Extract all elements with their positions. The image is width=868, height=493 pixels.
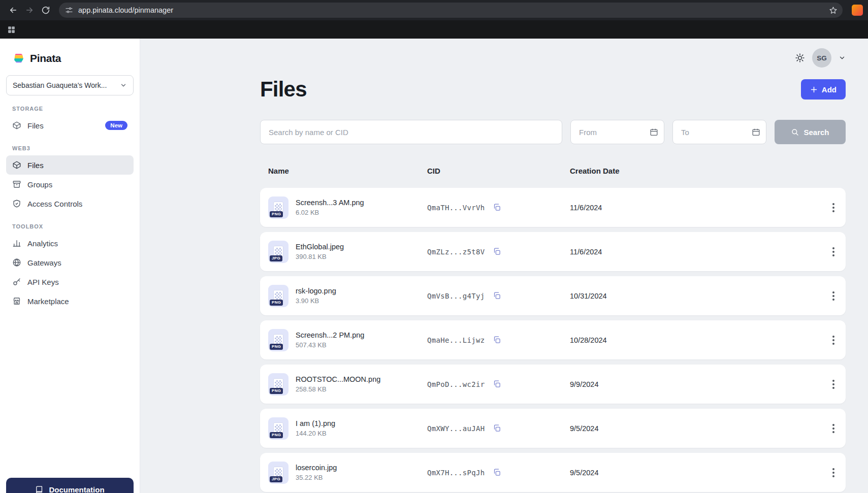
sidebar-item-analytics[interactable]: Analytics: [6, 234, 134, 253]
account-bar: SG: [260, 39, 846, 67]
sidebar-item-access-controls[interactable]: Access Controls: [6, 194, 134, 213]
copy-icon: [493, 336, 501, 344]
row-menu-button[interactable]: [829, 377, 838, 392]
column-header-name: Name: [268, 167, 427, 175]
row-menu-button[interactable]: [829, 333, 838, 348]
bookmark-star-icon[interactable]: [827, 4, 840, 17]
workspace-selector[interactable]: Sebastian Guaqueta's Work...: [6, 75, 134, 95]
file-list: PNG Screensh...3 AM.png 6.02 KB QmaTH...…: [260, 188, 846, 492]
file-name: Screensh...3 AM.png: [296, 199, 364, 207]
copy-icon: [493, 380, 501, 388]
sidebar-item-label: Marketplace: [27, 297, 69, 306]
sidebar-item-groups[interactable]: Groups: [6, 175, 134, 194]
url-text: app.pinata.cloud/pinmanager: [78, 6, 822, 14]
reload-button-icon[interactable]: [38, 2, 54, 18]
table-row[interactable]: JPG losercoin.jpg 35.22 KB QmX7H...sPqJh: [260, 453, 846, 492]
file-type-icon: PNG: [268, 373, 288, 396]
apps-grid-icon[interactable]: [7, 25, 16, 34]
box-icon: [12, 160, 21, 170]
plus-icon: [810, 86, 818, 93]
documentation-label: Documentation: [49, 485, 104, 493]
row-menu-button[interactable]: [829, 200, 838, 215]
table-row[interactable]: PNG Screensh...2 PM.png 507.43 KB QmaHe.…: [260, 320, 846, 359]
sidebar-item-label: Groups: [27, 180, 52, 189]
calendar-icon[interactable]: [650, 128, 658, 137]
file-cid: QmX7H...sPqJh: [427, 469, 485, 477]
file-size: 144.20 KB: [296, 430, 335, 437]
copy-cid-button[interactable]: [492, 290, 502, 301]
chevron-down-icon: [120, 82, 127, 89]
section-label-web3: WEB3: [12, 145, 127, 151]
copy-cid-button[interactable]: [492, 379, 502, 389]
sidebar-item-label: API Keys: [27, 278, 59, 286]
sidebar-item-storage-files[interactable]: Files New: [6, 116, 134, 135]
sidebar-item-marketplace[interactable]: Marketplace: [6, 291, 134, 311]
file-size: 6.02 KB: [296, 209, 364, 216]
copy-cid-button[interactable]: [492, 246, 502, 257]
sidebar-item-label: Files: [27, 161, 44, 170]
forward-button-icon[interactable]: [21, 2, 38, 18]
table-row[interactable]: PNG ROOTSTOC...MOON.png 258.58 KB QmPoD.…: [260, 365, 846, 404]
theme-toggle-button[interactable]: [795, 53, 805, 63]
file-cid: QmZLz...z5t8V: [427, 248, 485, 256]
add-file-button[interactable]: Add: [801, 79, 846, 100]
sidebar-item-gateways[interactable]: Gateways: [6, 253, 134, 272]
search-button[interactable]: Search: [775, 120, 846, 144]
workspace-name: Sebastian Guaqueta's Work...: [13, 81, 107, 89]
file-cid: QmaTH...VvrVh: [427, 204, 485, 212]
sidebar-item-web3-files[interactable]: Files: [6, 155, 134, 175]
file-name: Screensh...2 PM.png: [296, 331, 364, 339]
filter-bar: Search: [260, 120, 846, 144]
shield-icon: [12, 199, 21, 208]
copy-icon: [493, 424, 501, 433]
copy-icon: [493, 468, 501, 477]
table-row[interactable]: PNG I am (1).png 144.20 KB QmXWY...auJAH: [260, 409, 846, 448]
file-name: losercoin.jpg: [296, 464, 337, 472]
copy-cid-button[interactable]: [492, 335, 502, 345]
creation-date: 9/5/2024: [570, 469, 819, 477]
book-icon: [35, 485, 44, 493]
row-menu-button[interactable]: [829, 244, 838, 259]
bookmarks-bar: [0, 20, 868, 39]
column-header-creation-date: Creation Date: [570, 167, 819, 175]
table-row[interactable]: PNG rsk-logo.png 3.90 KB QmVsB...g4Tyj: [260, 276, 846, 315]
copy-cid-button[interactable]: [492, 467, 502, 478]
account-menu-chevron[interactable]: [839, 54, 846, 61]
table-row[interactable]: PNG Screensh...3 AM.png 6.02 KB QmaTH...…: [260, 188, 846, 227]
row-menu-button[interactable]: [829, 465, 838, 480]
sidebar-item-api-keys[interactable]: API Keys: [6, 272, 134, 291]
bar-chart-icon: [12, 239, 21, 248]
file-size: 3.90 KB: [296, 297, 336, 305]
globe-icon: [12, 258, 21, 267]
table-header: Name CID Creation Date: [260, 159, 846, 182]
copy-cid-button[interactable]: [492, 423, 502, 434]
sidebar-item-label: Analytics: [27, 239, 58, 248]
browser-profile-avatar[interactable]: [852, 5, 863, 16]
pinata-logo-text: Pinata: [30, 52, 61, 64]
search-input[interactable]: [260, 120, 562, 144]
back-button-icon[interactable]: [5, 2, 21, 18]
to-date-field: [672, 120, 766, 144]
sidebar-item-label: Gateways: [27, 258, 61, 267]
calendar-icon[interactable]: [752, 128, 760, 137]
new-badge: New: [105, 121, 127, 130]
page-title: Files: [260, 77, 307, 102]
file-name: ROOTSTOC...MOON.png: [296, 375, 380, 383]
add-button-label: Add: [822, 85, 837, 94]
table-row[interactable]: JPG EthGlobal.jpeg 390.81 KB QmZLz...z5t…: [260, 232, 846, 271]
documentation-button[interactable]: Documentation: [6, 478, 134, 493]
pinata-logo-icon: [12, 52, 25, 65]
site-settings-icon[interactable]: [65, 6, 73, 14]
file-type-icon: PNG: [268, 417, 288, 440]
screen: app.pinata.cloud/pinmanager: [0, 0, 868, 493]
copy-cid-button[interactable]: [492, 202, 502, 213]
file-size: 258.58 KB: [296, 385, 380, 393]
file-type-icon: PNG: [268, 196, 288, 219]
user-avatar[interactable]: SG: [812, 48, 831, 68]
row-menu-button[interactable]: [829, 421, 838, 436]
file-size: 507.43 KB: [296, 341, 364, 349]
address-bar[interactable]: app.pinata.cloud/pinmanager: [59, 3, 843, 18]
pinata-logo[interactable]: Pinata: [12, 52, 127, 65]
row-menu-button[interactable]: [829, 288, 838, 304]
sidebar-item-label: Files: [27, 121, 44, 130]
